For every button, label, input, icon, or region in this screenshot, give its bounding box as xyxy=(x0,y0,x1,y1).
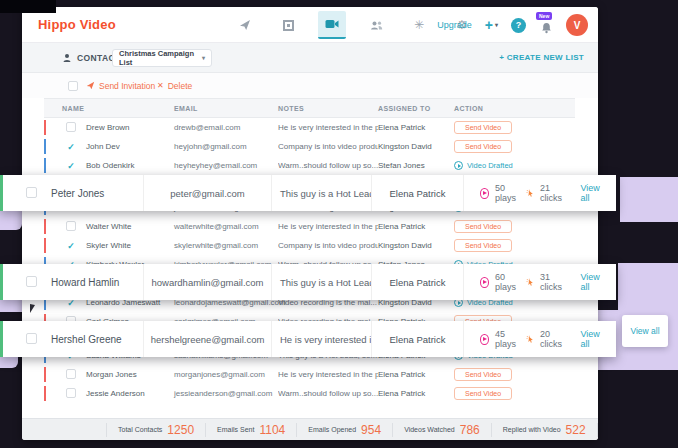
row-indicator xyxy=(44,158,46,173)
video-stats: 45 plays 20 clicks View all xyxy=(463,321,616,357)
send-video-button[interactable]: Send Video xyxy=(454,121,512,134)
create-plus-button[interactable]: +▾ xyxy=(485,17,498,33)
plays-count: 60 plays xyxy=(495,272,521,292)
contact-notes: He is very interested in the prod... xyxy=(278,370,378,379)
table-header-row: NAME EMAIL NOTES ASSIGNED TO ACTION xyxy=(44,98,575,118)
table-row[interactable]: ✓ Bob Odenkirk heyheyhey@email.com Warm.… xyxy=(44,156,575,175)
contact-email: heyjohn@gmail.com xyxy=(174,142,278,151)
paper-plane-icon xyxy=(86,81,95,90)
contact-notes: This guy is a Hot Lead, so... xyxy=(271,175,371,211)
contact-assigned: Elena Patrick xyxy=(371,264,463,300)
view-all-link[interactable]: View all xyxy=(580,329,604,349)
row-checkbox[interactable]: ✓ xyxy=(66,161,76,171)
row-checkbox[interactable] xyxy=(66,122,76,132)
send-video-button[interactable]: Send Video xyxy=(454,239,512,252)
user-avatar[interactable]: V xyxy=(566,14,588,36)
record-screen-icon[interactable] xyxy=(275,13,301,37)
contact-notes: He is very interested in the prod... xyxy=(278,222,378,231)
table-row[interactable]: Morgan Jones morganjones@gmail.com He is… xyxy=(44,365,575,384)
contact-notes: Company is into video produ.... xyxy=(278,241,378,250)
contact-notes: Warm..should follow up so... xyxy=(278,389,378,398)
send-video-button[interactable]: Send Video xyxy=(454,368,512,381)
tab-videos-active[interactable] xyxy=(318,11,346,39)
row-checkbox[interactable] xyxy=(66,369,76,379)
highlighted-row-hershel-greene[interactable]: Hershel Greene hershelgreene@gmail.com H… xyxy=(0,321,616,357)
action-cell: Send Video xyxy=(454,239,575,252)
row-indicator xyxy=(44,238,46,253)
contact-email: skylerwhite@gmail.com xyxy=(174,241,278,250)
row-indicator xyxy=(44,386,46,401)
send-invitation-button[interactable]: Send Invitation xyxy=(86,81,155,91)
app-window: Hippo Video ✳ ⚙ Upgrade +▾ ? xyxy=(22,7,598,440)
stat-replied-with-video: Replied with Video522 xyxy=(491,423,598,437)
send-video-button[interactable]: Send Video xyxy=(454,220,512,233)
person-icon xyxy=(62,53,72,63)
contact-name: Jessie Anderson xyxy=(86,389,174,398)
contact-notes: He is very interested in the prod... xyxy=(278,123,378,132)
row-checkbox[interactable]: ✓ xyxy=(66,241,76,251)
send-video-button[interactable]: Send Video xyxy=(454,387,512,400)
send-campaign-icon[interactable] xyxy=(232,13,258,37)
row-checkbox[interactable] xyxy=(26,187,37,198)
top-navigation-bar: Hippo Video ✳ ⚙ Upgrade +▾ ? xyxy=(22,7,598,43)
row-checkbox[interactable] xyxy=(26,276,37,287)
highlighted-row-howard-hamlin[interactable]: Howard Hamlin howardhamlin@gmail.com Thi… xyxy=(0,264,616,300)
stats-footer: Total Contacts1250 Emails Sent1104 Email… xyxy=(22,418,598,440)
contact-assigned: Elena Patrick xyxy=(378,370,454,379)
contact-assigned: Kingston David xyxy=(378,142,454,151)
plays-icon xyxy=(480,188,489,199)
view-all-callout[interactable]: View all xyxy=(622,315,668,347)
contact-email: heyheyhey@email.com xyxy=(174,161,278,170)
contact-assigned: Stefan Jones xyxy=(378,161,454,170)
clicks-icon xyxy=(526,188,534,198)
row-checkbox[interactable] xyxy=(26,333,37,344)
contact-email: walterwhite@gmail.com xyxy=(174,222,278,231)
upgrade-link[interactable]: Upgrade xyxy=(437,20,472,30)
send-video-button[interactable]: Send Video xyxy=(454,140,512,153)
column-header-email: EMAIL xyxy=(174,105,278,112)
select-all-checkbox[interactable] xyxy=(68,81,78,91)
contact-email: morganjones@gmail.com xyxy=(174,370,278,379)
action-cell: Send Video xyxy=(454,387,575,400)
row-indicator xyxy=(44,120,46,135)
stat-videos-watched: Videos Watched786 xyxy=(392,423,491,437)
plays-count: 50 plays xyxy=(495,183,521,203)
contact-name: Drew Brown xyxy=(86,123,174,132)
video-camera-icon xyxy=(325,19,339,29)
table-row[interactable]: ✓ John Dev heyjohn@gmail.com Company is … xyxy=(44,137,575,156)
row-group: Drew Brown drewb@email.com He is very in… xyxy=(44,118,575,175)
contact-notes: Warm..should follow up so... xyxy=(278,161,378,170)
view-all-link[interactable]: View all xyxy=(580,183,604,203)
view-all-link[interactable]: View all xyxy=(580,272,604,292)
create-new-list-button[interactable]: + CREATE NEW LIST xyxy=(499,53,584,62)
row-checkbox[interactable]: ✓ xyxy=(66,142,76,152)
contact-notes: Company is into video produ.... xyxy=(278,142,378,151)
hippo-video-logo: Hippo Video xyxy=(38,17,116,32)
column-header-name: NAME xyxy=(44,105,174,112)
list-selector-dropdown[interactable]: Christmas Campaign List ▾ xyxy=(112,49,212,67)
contact-email: jessieanderson@gmail.com xyxy=(174,389,278,398)
notifications-bell[interactable]: New xyxy=(539,16,553,34)
plays-icon xyxy=(480,277,489,288)
contacts-icon[interactable] xyxy=(363,13,389,37)
stat-total-contacts: Total Contacts1250 xyxy=(106,423,205,437)
action-cell: Send Video xyxy=(454,121,575,134)
contact-assigned: Kingston David xyxy=(378,241,454,250)
table-row[interactable]: Drew Brown drewb@email.com He is very in… xyxy=(44,118,575,137)
clicks-icon xyxy=(526,334,534,344)
contact-assigned: Elena Patrick xyxy=(378,389,454,398)
table-row[interactable]: Walter White walterwhite@gmail.com He is… xyxy=(44,217,575,236)
help-button[interactable]: ? xyxy=(511,18,526,33)
delete-button[interactable]: ✕ Delete xyxy=(157,81,192,91)
contact-name: Peter Jones xyxy=(51,188,143,199)
integrations-icon[interactable]: ✳ xyxy=(406,13,432,37)
new-badge: New xyxy=(536,12,552,20)
action-cell: Video Drafted xyxy=(454,161,575,170)
table-row[interactable]: Jessie Anderson jessieanderson@gmail.com… xyxy=(44,384,575,403)
row-checkbox[interactable] xyxy=(66,388,76,398)
stat-emails-sent: Emails Sent1104 xyxy=(205,423,296,437)
topbar-right-cluster: Upgrade +▾ ? New V xyxy=(437,7,588,43)
highlighted-row-peter-jones[interactable]: Peter Jones peter@gmail.com This guy is … xyxy=(0,175,616,211)
row-checkbox[interactable] xyxy=(66,221,76,231)
table-row[interactable]: ✓ Skyler White skylerwhite@gmail.com Com… xyxy=(44,236,575,255)
